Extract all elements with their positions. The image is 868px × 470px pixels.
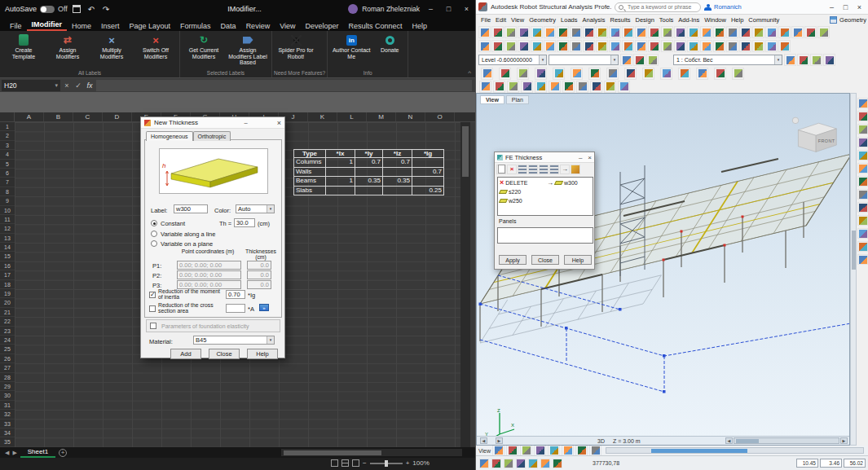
name-box[interactable]: H20▾ [2, 80, 60, 91]
edit-label-icon[interactable] [571, 165, 580, 174]
table-cell[interactable] [355, 168, 383, 177]
viewcube[interactable]: FRONT [791, 113, 842, 160]
delete-icon[interactable] [622, 26, 634, 38]
mesh-icon[interactable] [622, 40, 634, 52]
delete-label-icon[interactable]: × [507, 165, 517, 174]
table-cell[interactable]: 0.35 [355, 177, 383, 186]
strip-scrollbar[interactable] [606, 447, 864, 454]
show-loads-icon[interactable] [535, 81, 547, 93]
table-cell[interactable] [326, 187, 355, 195]
ribbon-tab-help[interactable]: Help [408, 20, 433, 31]
undo-icon[interactable] [596, 26, 608, 38]
top-view-icon[interactable] [857, 189, 868, 200]
point-thickness-input[interactable]: 0.0 [247, 261, 271, 270]
filter-panels-icon[interactable] [642, 68, 654, 80]
small-icons-view-icon[interactable] [528, 165, 538, 174]
supports-icon[interactable] [518, 40, 530, 52]
home-icon[interactable] [792, 117, 799, 124]
panels-icon[interactable] [504, 40, 517, 52]
ribbon-tab-data[interactable]: Data [216, 20, 241, 31]
restore-button[interactable]: □ [442, 5, 456, 13]
account-icon[interactable] [704, 4, 711, 11]
perspective-icon[interactable] [857, 176, 868, 187]
label-input[interactable]: w300 [174, 204, 208, 213]
column-header-d[interactable]: D [103, 112, 132, 121]
table-cell[interactable] [326, 168, 355, 177]
mesh-options-icon[interactable] [635, 40, 647, 52]
ribbon-tab-results-connect[interactable]: Results Connect [344, 20, 408, 31]
case-list-icon[interactable] [620, 54, 632, 66]
cancel-icon[interactable]: × [62, 81, 72, 90]
row-header-32[interactable]: 32 [0, 410, 15, 419]
show-symbols-icon[interactable] [604, 81, 616, 93]
previous-selection-icon[interactable] [571, 68, 583, 80]
table-cell[interactable] [412, 177, 444, 186]
viewport-scrollbar-thumb[interactable] [852, 231, 856, 270]
dynamic-rotate-icon[interactable] [857, 163, 868, 174]
spider-pro-for-robot-button[interactable]: Spider Pro for Robot! [274, 32, 318, 69]
filter-cases-icon[interactable] [660, 68, 672, 80]
create-template-button[interactable]: Create Template [2, 32, 46, 69]
show-sections-icon[interactable] [562, 81, 575, 93]
menu-results[interactable]: Results [607, 16, 632, 24]
show-axes-icon[interactable] [576, 81, 588, 93]
wireframe-icon[interactable] [857, 228, 868, 239]
measure-icon[interactable] [804, 26, 817, 38]
menu-tools[interactable]: Tools [657, 16, 676, 24]
help-icon[interactable] [817, 26, 830, 38]
section-shape-icon[interactable] [791, 26, 804, 38]
sheet-tab-sheet1[interactable]: Sheet1 [20, 447, 55, 458]
foundation-checkbox[interactable] [150, 323, 156, 329]
dynamic-pan-icon[interactable] [857, 150, 868, 160]
viewport-vertical-scrollbar[interactable] [850, 93, 857, 446]
select-panels-icon[interactable] [535, 68, 547, 80]
show-thickness-icon[interactable] [618, 81, 630, 93]
autosave-toggle[interactable] [40, 6, 55, 13]
strip-scrollbar-thumb[interactable] [651, 449, 747, 453]
combination-icon[interactable] [810, 54, 822, 66]
tables-icon[interactable] [752, 26, 764, 38]
column-header-k[interactable]: K [308, 112, 337, 121]
dropdown-arrow-icon[interactable]: ▾ [539, 55, 546, 64]
zoom-window-icon[interactable] [635, 26, 647, 38]
nodes-icon[interactable] [478, 40, 491, 52]
scroll-track[interactable] [734, 437, 839, 444]
ribbon-tab-insert[interactable]: Insert [96, 20, 125, 31]
show-nodes-icon[interactable] [479, 81, 491, 93]
new-project-icon[interactable] [478, 26, 491, 38]
reduction-area-input[interactable] [226, 304, 245, 313]
table-cell[interactable]: 0.35 [383, 177, 412, 186]
insert-function-icon[interactable]: fx [85, 81, 95, 90]
ribbon-tab-page-layout[interactable]: Page Layout [125, 20, 176, 31]
dialog-titlebar[interactable]: New Thickness – × [141, 117, 284, 129]
zoom-window-side-icon[interactable] [857, 124, 868, 134]
table-cell[interactable]: Beams [293, 177, 326, 186]
menu-design[interactable]: Design [632, 16, 656, 24]
row-header-17[interactable]: 17 [0, 270, 15, 279]
menu-window[interactable]: Window [702, 16, 729, 24]
display-filter-icon[interactable] [778, 40, 791, 52]
name-box-dropdown-icon[interactable]: ▾ [55, 82, 58, 89]
list-view-icon[interactable] [518, 165, 527, 174]
reduction-area-checkbox[interactable] [149, 305, 156, 312]
assign-label-icon[interactable]: → [560, 165, 570, 174]
level-select[interactable]: Level -0.600000000▾ [478, 55, 547, 65]
vertical-scrollbar-thumb[interactable] [462, 126, 469, 177]
row-header-13[interactable]: 13 [0, 234, 15, 243]
account-name[interactable]: Romanich [714, 3, 742, 11]
apply-button[interactable]: Apply [499, 255, 527, 265]
select-nodes-icon[interactable] [499, 68, 511, 80]
zoom-out-icon[interactable] [661, 26, 673, 38]
viewport-tab-plan[interactable]: Plan [506, 95, 529, 104]
table-header-iy[interactable]: *Iy [355, 149, 383, 158]
add-sheet-icon[interactable]: + [59, 449, 67, 457]
redo-icon[interactable] [609, 26, 621, 38]
messages-status-icon[interactable] [540, 459, 550, 468]
row-header-7[interactable]: 7 [0, 178, 15, 187]
menu-geometry[interactable]: Geometry [527, 16, 558, 24]
table-cell[interactable]: 0.7 [355, 158, 383, 167]
selection-list-icon[interactable] [714, 68, 726, 80]
row-header-18[interactable]: 18 [0, 280, 15, 289]
axes-icon[interactable] [661, 40, 673, 52]
cut-icon[interactable] [557, 26, 569, 38]
